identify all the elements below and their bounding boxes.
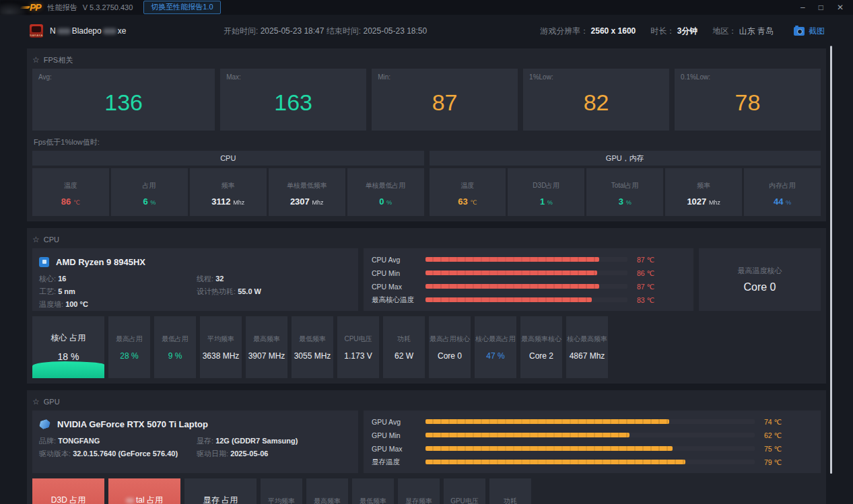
cpu-group: CPU 温度 86 ℃ 占用 6 % 频率 3112 Mhz 单核最低频率 [32, 151, 424, 216]
stat-value: 18 % [58, 351, 79, 362]
fps-card-label: Avg: [38, 73, 52, 81]
stat-value: 47 % [486, 351, 504, 361]
screenshot-button[interactable]: 截图 [794, 26, 825, 37]
close-button[interactable]: ✕ [837, 0, 844, 15]
censored-blur [126, 498, 134, 503]
fps-card-label: Min: [378, 73, 390, 81]
temp-bar-value: 87 ℃ [627, 256, 685, 264]
gpu-memory-group: GPU，内存 温度 63 ℃ D3D占用 1 % Total占用 3 % 频率 [430, 151, 821, 216]
app-title: 性能报告 [48, 3, 77, 13]
scrollbar[interactable] [830, 46, 832, 474]
gpu-section: ☆ GPU NVIDIA GeForce RTX 5070 Ti Laptop … [27, 390, 826, 504]
temp-bar-value: 62 ℃ [755, 431, 813, 439]
cpu-stat-cards: 核心 占用 18 % 最高占用 28 % 最低占用 9 % 平均频率 3638 … [32, 316, 821, 378]
stat-card: 核心最高频率 4867 Mhz [566, 316, 608, 378]
temp-bar-label: 最高核心温度 [372, 295, 425, 305]
cpu-section-title: ☆ CPU [32, 233, 821, 246]
temp-bar-fill [425, 460, 685, 464]
star-icon: ☆ [32, 397, 40, 406]
metric-value: 44 % [774, 196, 791, 207]
temp-bar-track [425, 284, 627, 289]
fps-card: 0.1%Low: 78 [675, 69, 821, 131]
stat-label: 最低频率 [360, 497, 386, 504]
metric-value: 1 % [540, 196, 553, 207]
end-time: 2025-05-23 18:50 [363, 26, 427, 36]
stat-card: 平均频率 3638 MHz [200, 316, 242, 378]
temp-bar-track [425, 433, 755, 437]
temp-bar-row: GPU Max 75 ℃ [372, 443, 813, 454]
low-fps-groups: CPU 温度 86 ℃ 占用 6 % 频率 3112 Mhz 单核最低频率 [32, 151, 821, 216]
spec-item: 品牌: TONGFANG [39, 436, 197, 446]
temp-bar-fill [425, 297, 592, 302]
usage-fill [32, 361, 104, 378]
metric-label: D3D占用 [533, 181, 559, 190]
start-time: 2025-05-23 18:47 [261, 26, 325, 36]
temp-bar-fill [425, 446, 673, 451]
stat-label: CPU电压 [344, 334, 372, 344]
temp-bar-label: GPU Avg [372, 418, 425, 426]
metric-label: 温度 [460, 181, 474, 190]
metric-value: 63 ℃ [458, 196, 477, 207]
metric-card: 单核最低占用 0 % [347, 168, 424, 216]
stat-card: 核心最高占用 47 % [475, 316, 516, 378]
spec-item: 工艺: 5 nm [39, 287, 197, 297]
session-meta: 游戏分辨率： 2560 x 1600 时长： 3分钟 地区： 山东 青岛 [540, 26, 774, 37]
temp-bar-label: GPU Min [372, 431, 425, 439]
stat-label: 最低占用 [162, 334, 189, 344]
stat-value: 9 % [168, 351, 182, 361]
stat-card: 最高频率 3907 MHz [246, 316, 287, 378]
stat-card: GPU电压 0.938 V [444, 478, 485, 504]
metric-card: Total占用 3 % [586, 168, 663, 216]
switch-report-version-button[interactable]: 切换至性能报告1.0 [143, 1, 220, 14]
temp-bar-track [425, 297, 627, 302]
temp-bar-row: 显存温度 79 ℃ [372, 457, 813, 467]
session-times: 开始时间: 2025-05-23 18:47 结束时间: 2025-05-23 … [224, 26, 427, 37]
metric-label: 单核最低占用 [366, 181, 406, 190]
stat-card: 最高频率核心 Core 2 [520, 316, 562, 378]
stat-label: tal 占用 [126, 495, 163, 504]
stat-label: 最高频率核心 [521, 334, 561, 344]
fps-card-value: 163 [220, 69, 366, 131]
metric-value: 86 ℃ [61, 196, 80, 207]
temp-bar-label: CPU Min [372, 269, 425, 277]
stat-card: 显存频率 101 MHz [398, 478, 440, 504]
stat-value: 3907 MHz [248, 351, 285, 361]
temp-bar-value: 75 ℃ [755, 445, 813, 453]
minimize-button[interactable]: – [800, 0, 805, 15]
metric-card: 频率 3112 Mhz [190, 168, 267, 216]
stat-label: 最低频率 [299, 334, 326, 344]
cpu-temp-bars: CPU Avg 87 ℃ CPU Min 86 ℃ CPU Max 87 ℃ 最… [364, 248, 693, 311]
stat-value: 3638 MHz [203, 351, 240, 361]
cpu-info-panel: AMD Ryzen 9 8945HX 核心: 16 线程: 32 工艺: 5 n… [32, 248, 358, 311]
spec-item: 设计热功耗: 55.0 W [197, 287, 351, 297]
fps-section-title: ☆ FPS相关 [32, 54, 821, 66]
stat-label: 平均频率 [207, 334, 234, 344]
fps-cards: Avg: 136 Max: 163 Min: 87 1%Low: 82 0.1%… [32, 69, 821, 131]
low-fps-note: Fps低于1%low值时: [34, 137, 821, 147]
report-header: NARAKA NBladepoxe 开始时间: 2025-05-23 18:47… [0, 19, 853, 43]
stat-card: D3D 占用 % [32, 478, 104, 504]
stat-card: 功耗 127 W [489, 478, 531, 504]
game-icon-text: NARAKA [30, 34, 43, 37]
maximize-button[interactable]: □ [819, 0, 823, 15]
stat-value: Core 0 [438, 351, 462, 361]
metric-card: 单核最低频率 2307 Mhz [269, 168, 345, 216]
app-version: V 5.3.2750.430 [83, 3, 133, 11]
fps-card: Max: 163 [220, 69, 366, 131]
fps-card-label: 1%Low: [529, 73, 553, 81]
stat-label: 功耗 [397, 334, 411, 344]
temp-bar-row: CPU Min 86 ℃ [372, 268, 685, 278]
temp-bar-track [425, 419, 755, 424]
resolution-value: 2560 x 1600 [591, 26, 636, 36]
fps-card-value: 87 [372, 69, 518, 131]
censored-blur [57, 28, 71, 34]
gpu-panels: NVIDIA GeForce RTX 5070 Ti Laptop 品牌: TO… [32, 410, 821, 473]
cpu-panels: AMD Ryzen 9 8945HX 核心: 16 线程: 32 工艺: 5 n… [32, 248, 821, 311]
duration-value: 3分钟 [677, 26, 698, 36]
stat-card: 最高占用核心 Core 0 [429, 316, 471, 378]
gpu-info-panel: NVIDIA GeForce RTX 5070 Ti Laptop 品牌: TO… [32, 410, 358, 473]
metric-label: 内存占用 [769, 181, 796, 190]
gpu-section-title: ☆ GPU [32, 396, 821, 408]
star-icon: ☆ [32, 55, 40, 65]
window-controls: – □ ✕ [800, 0, 853, 15]
